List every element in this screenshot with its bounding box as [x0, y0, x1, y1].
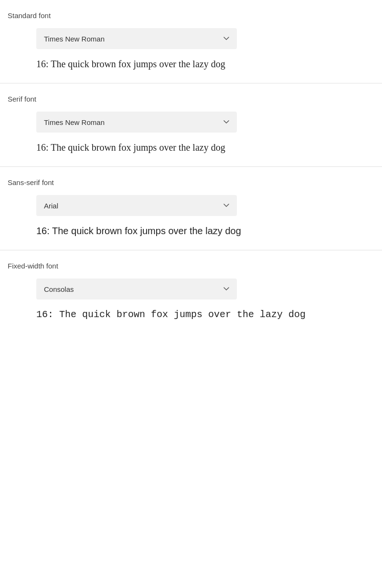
standard-font-select[interactable]: Times New Roman Arial Georgia Verdana — [36, 28, 237, 49]
serif-font-label: Serif font — [8, 95, 374, 103]
serif-font-select[interactable]: Times New Roman Georgia Garamond Palatin… — [36, 112, 237, 133]
standard-font-section: Standard font Times New Roman Arial Geor… — [0, 0, 382, 83]
standard-font-preview: 16: The quick brown fox jumps over the l… — [36, 59, 374, 70]
fixed-width-font-select[interactable]: Consolas Courier New Lucida Console Mona… — [36, 279, 237, 299]
standard-font-label: Standard font — [8, 11, 374, 20]
standard-font-select-container: Times New Roman Arial Georgia Verdana — [36, 28, 237, 49]
fixed-width-font-dropdown-wrapper: Consolas Courier New Lucida Console Mona… — [36, 279, 374, 299]
fixed-width-font-select-container: Consolas Courier New Lucida Console Mona… — [36, 279, 237, 299]
sans-serif-font-select[interactable]: Arial Helvetica Verdana Trebuchet MS — [36, 195, 237, 216]
fixed-width-font-preview: 16: The quick brown fox jumps over the l… — [36, 309, 374, 320]
sans-serif-font-select-container: Arial Helvetica Verdana Trebuchet MS — [36, 195, 237, 216]
sans-serif-font-preview: 16: The quick brown fox jumps over the l… — [36, 226, 374, 237]
sans-serif-font-dropdown-wrapper: Arial Helvetica Verdana Trebuchet MS — [36, 195, 374, 216]
serif-font-select-container: Times New Roman Georgia Garamond Palatin… — [36, 112, 237, 133]
sans-serif-font-section: Sans-serif font Arial Helvetica Verdana … — [0, 167, 382, 250]
serif-font-preview: 16: The quick brown fox jumps over the l… — [36, 142, 374, 153]
standard-font-dropdown-wrapper: Times New Roman Arial Georgia Verdana — [36, 28, 374, 49]
fixed-width-font-section: Fixed-width font Consolas Courier New Lu… — [0, 250, 382, 333]
serif-font-dropdown-wrapper: Times New Roman Georgia Garamond Palatin… — [36, 112, 374, 133]
sans-serif-font-label: Sans-serif font — [8, 178, 374, 186]
fixed-width-font-label: Fixed-width font — [8, 262, 374, 270]
serif-font-section: Serif font Times New Roman Georgia Garam… — [0, 83, 382, 167]
